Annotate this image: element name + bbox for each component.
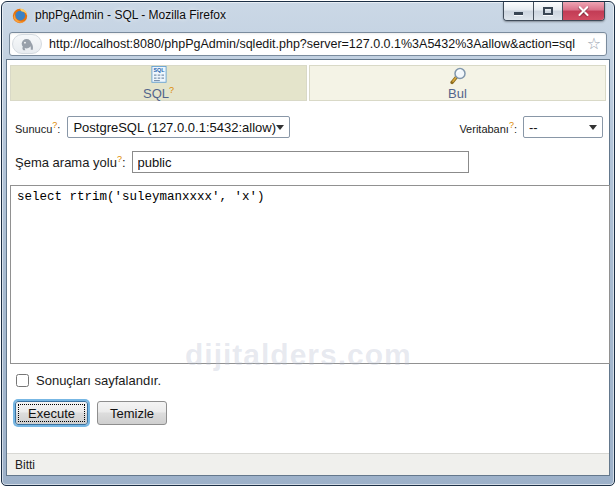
maximize-icon [543,7,553,15]
sql-document-icon: SQL [149,66,169,83]
sql-query-textarea[interactable]: select rtrim('suleymanxxxx', 'x') [10,185,610,364]
paginate-label: Sonuçları sayfalandır. [36,373,161,388]
status-bar: Bitti [7,453,609,475]
execute-button[interactable]: Execute [15,401,88,425]
bookmark-star-icon[interactable]: ☆ [582,33,606,55]
tab-bar: SQL SQL? Bul [10,65,606,101]
status-text: Bitti [15,458,35,472]
database-select-value: -- [529,120,538,135]
tab-sql[interactable]: SQL SQL? [10,65,307,101]
window-title: phpPgAdmin - SQL - Mozilla Firefox [35,2,226,29]
svg-text:SQL: SQL [153,67,165,73]
clear-button[interactable]: Temizle [97,401,167,425]
postgresql-elephant-icon [20,37,35,52]
firefox-icon [12,8,28,24]
sql-help-marker[interactable]: ? [169,85,174,95]
site-favicon-box [12,34,42,54]
title-bar: phpPgAdmin - SQL - Mozilla Firefox [2,2,614,30]
page-client-area: SQL SQL? Bul [6,59,610,476]
server-database-row: Sunucu?: PostgreSQL (127.0.0.1:5432:allo… [15,116,603,138]
tab-find[interactable]: Bul [309,65,606,101]
tab-sql-label: SQL? [143,84,174,100]
window-controls [503,2,605,21]
close-button[interactable] [562,2,604,20]
chevron-down-icon [589,125,597,130]
search-path-row: Şema arama yolu?: [15,151,603,173]
paginate-checkbox[interactable] [16,374,29,387]
magnifier-icon [448,66,468,86]
search-path-label: Şema arama yolu?: [15,154,126,170]
maximize-button[interactable] [533,2,562,20]
paginate-row: Sonuçları sayfalandır. [16,373,603,388]
phppgadmin-sql-page: SQL SQL? Bul [7,60,609,453]
minimize-button[interactable] [504,2,533,20]
database-select[interactable]: -- [523,116,603,138]
database-group: Veritabanı?: -- [459,116,603,138]
server-select[interactable]: PostgreSQL (127.0.0.1:5432:allow) [67,116,290,138]
close-icon [577,6,590,17]
server-select-value: PostgreSQL (127.0.0.1:5432:allow) [73,120,276,135]
server-label: Sunucu?: [15,120,60,135]
chevron-down-icon [276,125,284,130]
minimize-icon [514,12,523,15]
browser-window: phpPgAdmin - SQL - Mozilla Firefox http:… [1,1,615,486]
tab-find-label: Bul [448,87,467,100]
database-label: Veritabanı?: [459,120,517,135]
url-bar[interactable]: http://localhost:8080/phpPgAdmin/sqledit… [9,32,607,56]
search-path-input[interactable] [132,151,469,173]
url-text[interactable]: http://localhost:8080/phpPgAdmin/sqledit… [42,37,582,51]
action-buttons-row: Execute Temizle [12,401,606,425]
